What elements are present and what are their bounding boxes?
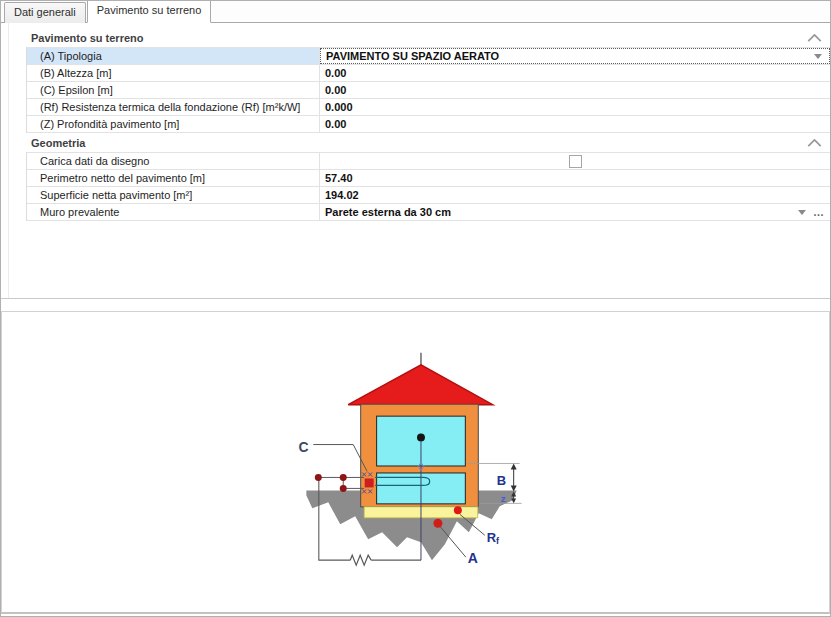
row-label: Perimetro netto del pavimento [m]: [27, 170, 320, 186]
row-muro-prevalente[interactable]: Muro prevalente Parete esterna da 30 cm …: [27, 204, 830, 221]
floor-on-ground-diagram: C B z Rf A: [2, 312, 829, 612]
row-label: Carica dati da disegno: [27, 153, 320, 169]
tipologia-dropdown[interactable]: PAVIMENTO SU SPAZIO AERATO: [320, 48, 830, 64]
section-rows: Carica dati da disegno Perimetro netto d…: [26, 152, 830, 221]
row-label: Muro prevalente: [27, 204, 320, 220]
section-title: Pavimento su terreno: [31, 32, 143, 44]
node-dot: [340, 485, 347, 492]
row-label: (B) Altezza [m]: [27, 65, 320, 81]
row-label: (A) Tipologia: [27, 48, 320, 64]
diagram-panel: C B z Rf A: [1, 311, 830, 614]
resistenza-field[interactable]: 0.000: [320, 99, 830, 115]
diagram-label-z: z: [501, 493, 506, 504]
properties-panel: Pavimento su terreno (A) Tipologia PAVIM…: [1, 23, 830, 299]
altezza-field[interactable]: 0.00: [320, 65, 830, 81]
row-label: (Rf) Resistenza termica della fondazione…: [27, 99, 320, 115]
row-perimetro[interactable]: Perimetro netto del pavimento [m] 57.40: [27, 170, 830, 187]
row-resistenza-fondazione[interactable]: (Rf) Resistenza termica della fondazione…: [27, 99, 830, 116]
node-dot: [340, 474, 347, 481]
tab-pavimento-su-terreno[interactable]: Pavimento su terreno: [87, 0, 212, 23]
arrow-up-icon: [511, 463, 517, 469]
node-dot: [315, 474, 322, 481]
row-label: (Z) Profondità pavimento [m]: [27, 116, 320, 132]
slab-node-dot: [454, 506, 462, 514]
indoor-node-dot: [417, 434, 425, 442]
row-label: (C) Epsilon [m]: [27, 82, 320, 98]
collapse-chevron-icon[interactable]: [807, 139, 822, 147]
row-epsilon[interactable]: (C) Epsilon [m] 0.00: [27, 82, 830, 99]
epsilon-field[interactable]: 0.00: [320, 82, 830, 98]
window: Dati generali Pavimento su terreno Pavim…: [0, 0, 831, 617]
ground-node-dot: [433, 519, 442, 528]
roof-shape: [348, 365, 493, 405]
row-altezza[interactable]: (B) Altezza [m] 0.00: [27, 65, 830, 82]
row-tipologia[interactable]: (A) Tipologia PAVIMENTO SU SPAZIO AERATO: [27, 48, 830, 65]
ellipsis-button[interactable]: …: [813, 207, 824, 217]
row-carica-dati[interactable]: Carica dati da disegno: [27, 153, 830, 170]
dropdown-arrow-icon[interactable]: [798, 210, 806, 215]
section-geometria: Geometria Carica dati da disegno Perimet…: [1, 133, 830, 221]
muro-value: Parete esterna da 30 cm: [325, 206, 451, 218]
diagram-label-c: C: [298, 439, 308, 455]
section-header-geometria[interactable]: Geometria: [1, 133, 830, 152]
collapse-chevron-icon[interactable]: [807, 34, 822, 42]
row-superficie[interactable]: Superficie netta pavimento [m²] 194.02: [27, 187, 830, 204]
perimetro-field[interactable]: 57.40: [320, 170, 830, 186]
section-rows: (A) Tipologia PAVIMENTO SU SPAZIO AERATO…: [26, 47, 830, 133]
carica-dati-checkbox[interactable]: [569, 155, 582, 168]
diagram-label-rf: Rf: [487, 530, 499, 546]
diagram-label-b: B: [497, 473, 506, 488]
tab-bar: Dati generali Pavimento su terreno: [1, 1, 830, 23]
section-title: Geometria: [31, 137, 85, 149]
resistor-icon: [350, 555, 371, 565]
dropdown-arrow-icon[interactable]: [814, 54, 822, 59]
arrow-down-icon: [511, 498, 516, 503]
profondita-field[interactable]: 0.00: [320, 116, 830, 132]
row-label: Superficie netta pavimento [m²]: [27, 187, 320, 203]
carica-dati-cell: [320, 153, 830, 169]
muro-prevalente-dropdown[interactable]: Parete esterna da 30 cm …: [320, 204, 830, 220]
superficie-field[interactable]: 194.02: [320, 187, 830, 203]
leader-line-c: [313, 445, 367, 472]
diagram-label-a: A: [468, 550, 478, 566]
tab-dati-generali[interactable]: Dati generali: [4, 2, 86, 23]
tipologia-value: PAVIMENTO SU SPAZIO AERATO: [326, 50, 499, 62]
row-profondita[interactable]: (Z) Profondità pavimento [m] 0.00: [27, 116, 830, 133]
section-pavimento-su-terreno: Pavimento su terreno (A) Tipologia PAVIM…: [1, 28, 830, 133]
section-header-pavimento[interactable]: Pavimento su terreno: [1, 28, 830, 47]
wall-node-square: [365, 478, 374, 487]
